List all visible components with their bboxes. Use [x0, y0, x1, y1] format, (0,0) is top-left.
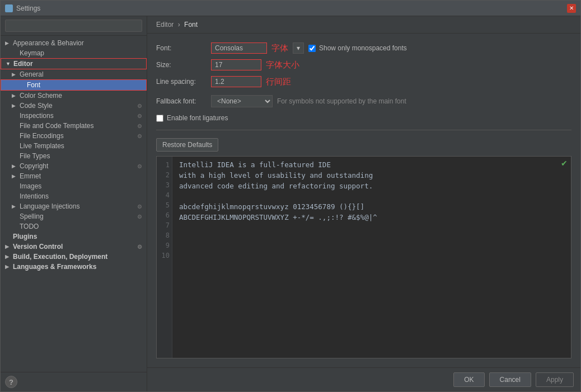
- svg-rect-0: [6, 6, 12, 11]
- line-num: 10: [159, 251, 170, 261]
- sidebar-item-code-style[interactable]: ▶ Code Style ⚙: [1, 101, 147, 111]
- ligatures-checkbox[interactable]: [156, 115, 163, 122]
- ok-button[interactable]: OK: [453, 372, 484, 387]
- sidebar-item-emmet[interactable]: ▶ Emmet: [1, 171, 147, 181]
- sidebar-item-copyright[interactable]: ▶ Copyright ⚙: [1, 161, 147, 171]
- line-num: 1: [159, 160, 170, 170]
- sidebar-item-file-encodings[interactable]: File Encodings ⚙: [1, 131, 147, 141]
- arrow-icon: ▶: [12, 93, 17, 98]
- arrow-icon: ▶: [5, 254, 11, 259]
- settings-icon: ⚙: [137, 214, 142, 220]
- font-annotation: 字体: [271, 43, 288, 54]
- sidebar-tree: ▶ Appearance & Behavior Keymap ▼ Editor …: [1, 36, 147, 372]
- sidebar-item-label: Spelling: [20, 212, 44, 220]
- arrow-icon: ▶: [5, 40, 11, 46]
- line-numbers: 1 2 3 4 5 6 7 8 9 10: [157, 157, 172, 358]
- arrow-icon: ▶: [5, 244, 11, 249]
- preview-line-2: with a high level of usability and outst…: [179, 171, 566, 181]
- sidebar-item-languages[interactable]: ▶ Languages & Frameworks: [1, 262, 147, 272]
- sidebar-item-file-types[interactable]: File Types: [1, 151, 147, 161]
- sidebar-item-label: Images: [20, 182, 41, 190]
- line-num: 2: [159, 170, 170, 180]
- settings-icon: ⚙: [137, 244, 142, 250]
- checkmark-icon: ✔: [561, 159, 568, 168]
- arrow-icon: ▼: [6, 61, 11, 67]
- sidebar-item-label: Color Scheme: [20, 92, 62, 100]
- preview-line-3: advanced code editing and refactoring su…: [179, 181, 566, 192]
- settings-icon: ⚙: [137, 123, 142, 129]
- monospaced-checkbox[interactable]: [308, 45, 316, 52]
- arrow-icon: [12, 214, 17, 219]
- sidebar-item-build[interactable]: ▶ Build, Execution, Deployment: [1, 252, 147, 262]
- sidebar-item-label: Font: [27, 81, 40, 89]
- sidebar-item-label: Emmet: [20, 172, 41, 180]
- sidebar-item-label: TODO: [20, 223, 39, 230]
- font-input[interactable]: [211, 42, 267, 54]
- arrow-icon: ▶: [12, 72, 17, 77]
- sidebar-item-intentions[interactable]: Intentions: [1, 191, 147, 201]
- arrow-icon: [19, 82, 25, 88]
- settings-icon: ⚙: [137, 103, 142, 109]
- preview-code: IntelliJ IDEA is a full-featured IDE wit…: [175, 157, 571, 358]
- bottom-bar: OK Cancel Apply: [147, 367, 580, 391]
- window-title: Settings: [16, 4, 40, 12]
- line-spacing-input[interactable]: [211, 76, 261, 87]
- app-icon: [5, 4, 13, 12]
- sidebar-item-live-templates[interactable]: Live Templates: [1, 141, 147, 151]
- ligatures-row: Enable font ligatures: [156, 114, 571, 122]
- breadcrumb-current: Font: [184, 21, 198, 29]
- fallback-select[interactable]: <None>: [211, 95, 273, 107]
- sidebar-item-label: Inspections: [20, 112, 54, 120]
- search-box: [1, 16, 147, 36]
- settings-icon: ⚙: [137, 163, 142, 169]
- sidebar-item-version-control[interactable]: ▶ Version Control ⚙: [1, 242, 147, 252]
- size-input[interactable]: [211, 59, 261, 70]
- sidebar-item-label: Keymap: [20, 49, 44, 57]
- settings-window: Settings ✕ ▶ Appearance & Behavior Keyma…: [0, 0, 581, 392]
- sidebar-item-lang-injections[interactable]: ▶ Language Injections ⚙: [1, 201, 147, 211]
- dropdown-arrow-icon: ▾: [297, 44, 300, 52]
- font-row: Font: 字体 ▾ Show only monospaced fonts: [156, 42, 571, 54]
- sidebar-item-plugins[interactable]: Plugins: [1, 232, 147, 242]
- sidebar-item-spelling[interactable]: Spelling ⚙: [1, 211, 147, 221]
- monospaced-label: Show only monospaced fonts: [319, 44, 407, 52]
- sidebar-item-images[interactable]: Images: [1, 181, 147, 191]
- panel-body: Font: 字体 ▾ Show only monospaced fonts Si…: [147, 34, 580, 367]
- sidebar-item-general[interactable]: ▶ General: [1, 69, 147, 79]
- sidebar-item-color-scheme[interactable]: ▶ Color Scheme: [1, 91, 147, 101]
- preview-area: 1 2 3 4 5 6 7 8 9 10 IntelliJ IDEA is a …: [156, 156, 571, 358]
- sidebar-item-appearance[interactable]: ▶ Appearance & Behavior: [1, 38, 147, 48]
- breadcrumb-parent: Editor: [156, 21, 174, 29]
- sidebar-item-label: Appearance & Behavior: [13, 39, 84, 47]
- size-annotation: 字体大小: [266, 60, 299, 70]
- sidebar-item-todo[interactable]: TODO: [1, 221, 147, 232]
- restore-defaults-button[interactable]: Restore Defaults: [156, 138, 218, 152]
- sidebar-item-font[interactable]: Font: [1, 79, 147, 91]
- cancel-button[interactable]: Cancel: [489, 372, 531, 387]
- line-spacing-label: Line spacing:: [156, 78, 207, 86]
- preview-line-4: [179, 191, 566, 202]
- arrow-icon: [12, 183, 17, 189]
- title-bar: Settings ✕: [1, 1, 580, 16]
- sidebar-item-label: Build, Execution, Deployment: [13, 253, 107, 261]
- sidebar-item-keymap[interactable]: Keymap: [1, 48, 147, 58]
- sidebar-item-label: General: [20, 70, 44, 78]
- close-button[interactable]: ✕: [567, 4, 576, 13]
- sidebar: ▶ Appearance & Behavior Keymap ▼ Editor …: [1, 16, 147, 391]
- line-num: 5: [159, 200, 170, 210]
- line-num: 8: [159, 230, 170, 240]
- sidebar-item-label: Plugins: [13, 233, 37, 240]
- search-input[interactable]: [5, 20, 142, 32]
- help-button[interactable]: ?: [5, 376, 17, 388]
- sidebar-item-file-code-templates[interactable]: File and Code Templates ⚙: [1, 121, 147, 131]
- font-label: Font:: [156, 44, 207, 52]
- sidebar-bottom: ?: [1, 372, 147, 391]
- line-num: 7: [159, 220, 170, 230]
- sidebar-item-inspections[interactable]: Inspections ⚙: [1, 111, 147, 121]
- sidebar-item-editor[interactable]: ▼ Editor: [1, 58, 147, 69]
- sidebar-item-label: Editor: [13, 60, 33, 68]
- size-row: Size: 字体大小: [156, 59, 571, 70]
- font-dropdown-button[interactable]: ▾: [293, 42, 304, 54]
- apply-button[interactable]: Apply: [536, 372, 574, 387]
- arrow-icon: ▶: [12, 204, 17, 209]
